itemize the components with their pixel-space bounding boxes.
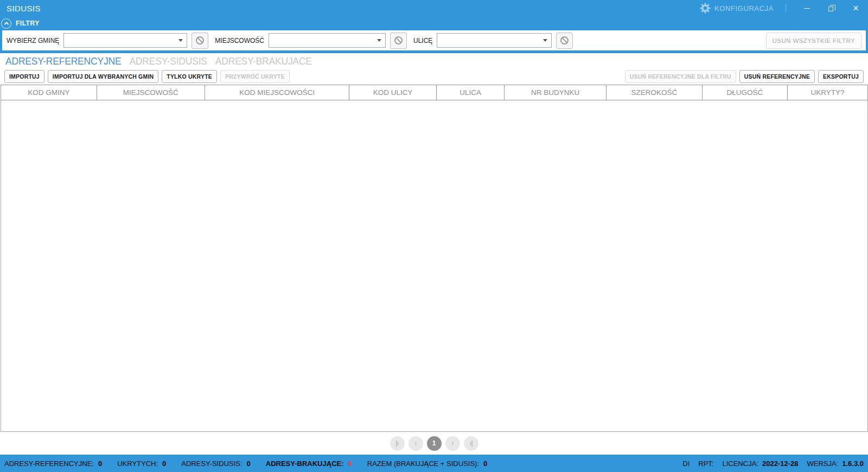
pagination: |‹ ‹ 1 › ›|	[0, 432, 868, 455]
filters-label: FILTRY	[16, 20, 40, 27]
status-license: LICENCJA: 2022-12-28	[722, 460, 798, 468]
gmina-combobox[interactable]	[63, 33, 187, 48]
app-window: SIDUSIS KONFIGURACJA	[0, 0, 868, 472]
stat-label: RAZEM (BRAKUJĄCE + SIDUSIS):	[367, 460, 479, 468]
clear-gmina-filter-button[interactable]	[192, 33, 208, 49]
status-version-value: 1.6.3.0	[842, 460, 864, 468]
column-header-szerokosc[interactable]: SZEROKOŚĆ	[607, 85, 703, 100]
column-header-kod-gminy[interactable]: KOD GMINY	[1, 85, 97, 100]
gear-icon	[700, 3, 711, 14]
first-page-button[interactable]: |‹	[390, 436, 405, 451]
tylko-ukryte-button[interactable]: TYLKO UKRYTE	[162, 70, 217, 83]
tab-adresy-brakujace[interactable]: ADRESY-BRAKUJACE	[215, 56, 312, 67]
konfiguracja-button[interactable]: KONFIGURACJA	[698, 3, 776, 14]
chevron-up-circle-icon	[1, 18, 11, 29]
importuj-dla-wybranych-gmin-button[interactable]: IMPORTUJ DLA WYBRANYCH GMIN	[48, 70, 158, 83]
table-header: KOD GMINY MIEJSCOWOŚĆ KOD MIEJSCOWOŚCI K…	[1, 85, 868, 100]
column-header-miejscowosc[interactable]: MIEJSCOWOŚĆ	[97, 85, 205, 100]
stat-adresy-referencyjne: ADRESY-REFERENCYJNE: 0	[4, 460, 102, 468]
restore-button[interactable]	[819, 0, 844, 16]
titlebar-divider	[786, 4, 786, 12]
clear-miejscowosc-filter-button[interactable]	[390, 33, 407, 49]
app-title: SIDUSIS	[7, 4, 41, 13]
stat-razem: RAZEM (BRAKUJĄCE + SIDUSIS): 0	[367, 460, 487, 468]
prev-page-button[interactable]: ‹	[409, 436, 423, 451]
status-version: WERSJA: 1.6.3.0	[807, 460, 864, 468]
stat-label: UKRYTYCH:	[117, 460, 158, 468]
close-icon: ×	[853, 3, 859, 13]
column-header-kod-ulicy[interactable]: KOD ULICY	[349, 85, 437, 100]
stat-value: 0	[483, 460, 487, 468]
status-di: DI	[682, 460, 690, 468]
filters-collapse-toggle[interactable]: FILTRY	[1, 18, 40, 29]
status-bar: ADRESY-REFERENCYJNE: 0 UKRYTYCH: 0 ADRES…	[0, 455, 868, 472]
no-filter-icon	[196, 36, 204, 44]
chevron-down-icon	[373, 39, 385, 42]
tab-adresy-sidusis[interactable]: ADRESY-SIDUSIS	[129, 56, 207, 67]
stat-value: 0	[247, 460, 251, 468]
status-bar-right: DI RPT: LICENCJA: 2022-12-28 WERSJA: 1.6…	[682, 460, 864, 468]
stat-adresy-sidusis: ADRESY-SIDUSIS: 0	[181, 460, 250, 468]
miejscowosc-combobox[interactable]	[269, 33, 386, 48]
ulica-label: ULICĘ	[413, 37, 432, 44]
ulica-combobox[interactable]	[437, 33, 552, 48]
column-header-nr-budynku[interactable]: NR BUDYNKU	[505, 85, 607, 100]
konfiguracja-label: KONFIGURACJA	[714, 4, 774, 12]
status-rpt-label: RPT:	[698, 460, 713, 468]
minimize-button[interactable]	[795, 0, 819, 16]
stat-ukrytych: UKRYTYCH: 0	[117, 460, 166, 468]
titlebar-right: KONFIGURACJA ×	[698, 0, 868, 16]
filter-frame: WYBIERZ GMINĘ MIEJSCOWOŚĆ ULICĘ	[0, 30, 868, 53]
no-filter-icon	[560, 36, 569, 44]
minimize-icon	[804, 8, 810, 9]
status-license-label: LICENCJA:	[722, 460, 758, 468]
restore-icon	[828, 7, 833, 11]
importuj-button[interactable]: IMPORTUJ	[4, 70, 44, 83]
status-license-value: 2022-12-28	[762, 460, 799, 468]
stat-label: ADRESY-REFERENCYJNE:	[4, 460, 94, 468]
table-body-empty	[1, 100, 868, 432]
no-filter-icon	[394, 36, 403, 44]
titlebar: SIDUSIS KONFIGURACJA	[0, 0, 868, 16]
toolbar: IMPORTUJ IMPORTUJ DLA WYBRANYCH GMIN TYL…	[0, 68, 868, 85]
column-header-ukryty[interactable]: UKRYTY?	[788, 85, 868, 100]
stat-label: ADRESY-SIDUSIS:	[181, 460, 242, 468]
column-header-ulica[interactable]: ULICA	[436, 85, 504, 100]
miejscowosc-label: MIEJSCOWOŚĆ	[215, 37, 264, 44]
chevron-down-icon	[175, 39, 187, 42]
stat-label: ADRESY-BRAKUJĄCE:	[266, 460, 344, 468]
usun-referencyjne-dla-filtru-button[interactable]: USUŃ REFERENCYJNE DLA FILTRU	[625, 70, 736, 83]
stat-value: 0	[162, 460, 166, 468]
eksportuj-button[interactable]: EKSPORTUJ	[818, 70, 864, 83]
chevron-down-icon	[539, 39, 551, 42]
filter-panel: WYBIERZ GMINĘ MIEJSCOWOŚĆ ULICĘ	[2, 30, 866, 50]
stat-value: 0	[98, 460, 102, 468]
gmina-label: WYBIERZ GMINĘ	[7, 37, 59, 44]
status-version-label: WERSJA:	[807, 460, 838, 468]
clear-ulica-filter-button[interactable]	[556, 33, 573, 49]
filters-header-row: FILTRY	[0, 16, 868, 30]
przywroc-ukryte-button[interactable]: PRZYWRÓĆ UKRYTE	[220, 70, 290, 83]
stat-adresy-brakujace: ADRESY-BRAKUJĄCE: 0	[266, 460, 352, 468]
tab-adresy-referencyjne[interactable]: ADRESY-REFERENCYJNE	[5, 56, 121, 67]
column-header-kod-miejscowosci[interactable]: KOD MIEJSCOWOŚCI	[205, 85, 349, 100]
table-header-row: KOD GMINY MIEJSCOWOŚĆ KOD MIEJSCOWOŚCI K…	[1, 85, 868, 100]
usun-referencyjne-button[interactable]: USUŃ REFERENCYJNE	[739, 70, 815, 83]
column-header-dlugosc[interactable]: DŁUGOŚĆ	[702, 85, 787, 100]
current-page-button[interactable]: 1	[427, 436, 442, 451]
next-page-button[interactable]: ›	[445, 436, 460, 451]
last-page-button[interactable]: ›|	[464, 436, 478, 451]
tab-bar: ADRESY-REFERENCYJNE ADRESY-SIDUSIS ADRES…	[0, 53, 868, 68]
clear-all-filters-button[interactable]: USUŃ WSZYSTKIE FILTRY	[766, 33, 861, 49]
stat-value-alert: 0	[348, 460, 352, 468]
close-button[interactable]: ×	[844, 0, 868, 16]
